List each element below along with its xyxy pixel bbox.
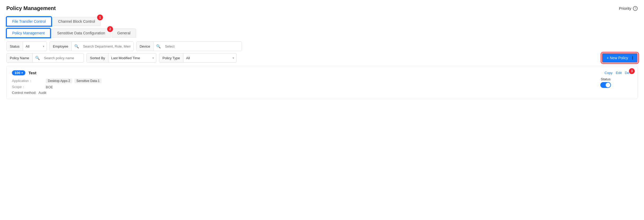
status-select[interactable]: All Enabled Disabled (23, 44, 47, 48)
policy-status-area: Status (600, 77, 611, 88)
meta-scope-row: Scope： BOE (12, 85, 102, 89)
scope-value: BOE (46, 85, 53, 89)
sorted-by-filter: Sorted By Last Modified Time Created Tim… (87, 53, 156, 63)
meta-control-row: Control method: Audit (12, 91, 102, 95)
page-title: Policy Management (6, 5, 56, 11)
filter-rows: Status All Enabled Disabled ▾ Employee 🔍 (6, 42, 638, 63)
tab-sensitive-data-label: Senstitive Data Configuration (57, 31, 105, 35)
policy-name-input[interactable] (41, 53, 84, 62)
tab-policy-management[interactable]: Policy Management (6, 28, 51, 38)
tab-file-transfer-label: File Transfer Control (12, 19, 46, 24)
priority-chevron-down-icon: ▾ (21, 71, 23, 74)
policy-actions: Copy Edit De... 3 (605, 71, 632, 75)
app-tag-sensitive: Sensitive Data·1 (74, 79, 102, 83)
page-container: Policy Management Priority ? File Transf… (0, 0, 644, 104)
policy-priority-value: 100 (15, 71, 20, 75)
page-header: Policy Management Priority ? (6, 5, 638, 11)
policy-priority-badge[interactable]: 100 ▾ (12, 70, 25, 75)
tab-sensitive-data[interactable]: Senstitive Data Configuration 2 (52, 29, 111, 38)
control-value: Audit (39, 91, 47, 95)
employee-filter: Employee 🔍 (49, 42, 134, 51)
edit-action[interactable]: Edit (616, 71, 622, 75)
app-label: Application： (12, 79, 44, 83)
policy-type-label: Policy Type (159, 53, 183, 62)
tab-general[interactable]: General (112, 29, 136, 38)
device-label: Device (137, 42, 154, 51)
policy-name-search-icon: 🔍 (33, 56, 41, 60)
policy-type-select[interactable]: All Allow Deny (183, 56, 236, 60)
device-filter: Device 🔍 (136, 42, 242, 51)
tab-channel-block[interactable]: Channel Block Control 1 (53, 17, 101, 26)
policy-card-header: 100 ▾ Test Copy Edit De... 3 (12, 70, 632, 75)
policy-card-left: 100 ▾ Test (12, 70, 36, 75)
device-search-icon: 🔍 (153, 44, 162, 48)
priority-area: Priority ? (619, 6, 638, 11)
policy-type-filter: Policy Type All Allow Deny ▾ (159, 53, 237, 63)
status-toggle[interactable] (600, 82, 611, 88)
meta-application-row: Application： Desktop Apps·2 Sensitive Da… (12, 79, 102, 83)
policy-meta: Application： Desktop Apps·2 Sensitive Da… (12, 79, 102, 95)
priority-question-icon[interactable]: ? (633, 6, 638, 11)
filter-row-1: Status All Enabled Disabled ▾ Employee 🔍 (6, 42, 638, 51)
employee-search-icon: 🔍 (72, 44, 80, 48)
status-text: Status (601, 77, 611, 81)
status-filter: Status All Enabled Disabled ▾ (6, 42, 47, 51)
new-policy-button[interactable]: + New Policy (602, 53, 638, 63)
tab-row-1: File Transfer Control Channel Block Cont… (6, 17, 638, 26)
sorted-by-label: Sorted By (87, 53, 108, 62)
status-select-wrap: All Enabled Disabled ▾ (23, 44, 47, 48)
sorted-by-select[interactable]: Last Modified Time Created Time Priority (108, 56, 156, 60)
policy-card-test: 100 ▾ Test Copy Edit De... 3 Application… (6, 66, 638, 99)
device-input[interactable] (162, 42, 242, 51)
sorted-by-select-wrap: Last Modified Time Created Time Priority… (108, 56, 156, 60)
new-policy-label: + New Policy (607, 56, 628, 60)
status-label: Status (7, 42, 23, 51)
tab-file-transfer[interactable]: File Transfer Control (6, 17, 52, 26)
app-tag-desktop: Desktop Apps·2 (46, 79, 72, 83)
policy-name: Test (29, 71, 37, 75)
copy-action[interactable]: Copy (605, 71, 613, 75)
tab-general-label: General (117, 31, 130, 35)
tab-row-2: Policy Management Senstitive Data Config… (6, 28, 638, 38)
tab-policy-management-label: Policy Management (12, 31, 45, 35)
employee-input[interactable] (80, 42, 133, 51)
policy-name-label: Policy Name (7, 53, 33, 62)
badge-3: 3 (629, 68, 635, 74)
scope-label: Scope： (12, 85, 44, 89)
employee-label: Employee (50, 42, 72, 51)
card-body: Application： Desktop Apps·2 Sensitive Da… (12, 79, 632, 95)
cursor-icon (630, 56, 633, 60)
badge-1: 1 (97, 15, 103, 20)
filter-row-2: Policy Name 🔍 Sorted By Last Modified Ti… (6, 53, 638, 63)
control-label: Control method: (12, 91, 37, 95)
policy-type-select-wrap: All Allow Deny ▾ (183, 56, 236, 60)
priority-label: Priority (619, 6, 631, 11)
tab-channel-block-label: Channel Block Control (58, 19, 95, 24)
policy-name-filter: Policy Name 🔍 (6, 53, 84, 63)
